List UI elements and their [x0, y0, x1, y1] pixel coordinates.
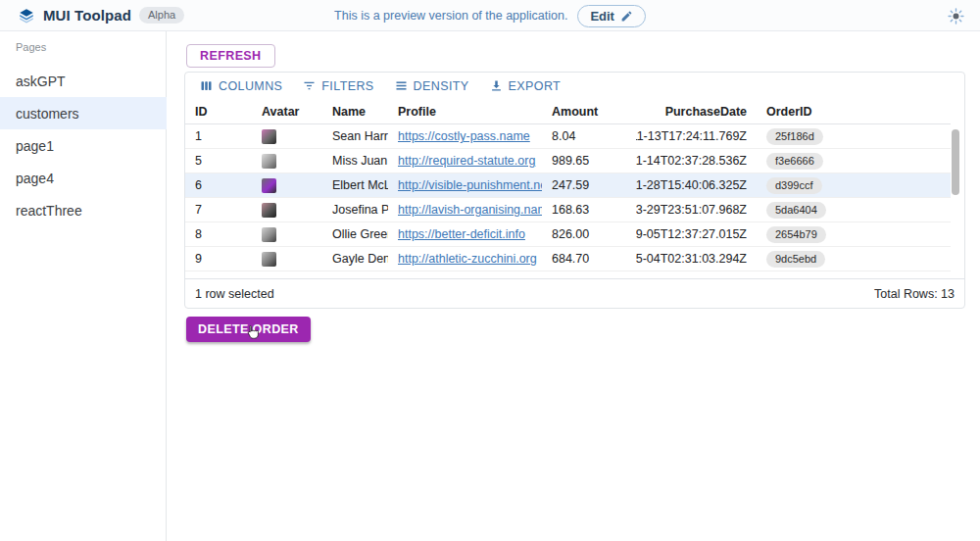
- app-title: MUI Toolpad: [43, 7, 131, 24]
- table-row[interactable]: 9 Gayle Den... http://athletic-zucchini.…: [185, 247, 951, 271]
- cell-order-id: f3e6666: [757, 149, 951, 172]
- cell-order-id: 2654b79: [757, 222, 951, 246]
- avatar-image: [262, 203, 276, 218]
- cell-amount: 168.63: [542, 198, 636, 221]
- sidebar-item-customers[interactable]: customers: [0, 97, 167, 129]
- edit-button[interactable]: Edit: [577, 5, 646, 27]
- cell-name: Josefina P...: [322, 198, 388, 221]
- sidebar-item-page1[interactable]: page1: [0, 129, 167, 162]
- export-button-label: EXPORT: [509, 79, 562, 93]
- columns-button-label: COLUMNS: [219, 79, 282, 93]
- profile-link[interactable]: http://athletic-zucchini.org: [398, 252, 537, 266]
- table-row[interactable]: 7 Josefina P... http://lavish-organising…: [185, 198, 951, 222]
- cell-amount: 826.00: [542, 222, 636, 246]
- cell-purchase-date: 2076-03-29T23:51:07.968Z: [636, 198, 757, 221]
- column-header-orderid[interactable]: OrderID: [757, 99, 951, 123]
- layers-icon: [18, 7, 35, 25]
- cell-purchase-date: 1997-11-13T17:24:11.769Z: [636, 124, 757, 148]
- cell-order-id: 5da6404: [757, 198, 951, 221]
- table-row[interactable]: 8 Ollie Green... https://better-deficit.…: [185, 222, 951, 247]
- filters-button[interactable]: FILTERS: [294, 75, 381, 96]
- sidebar-item-page4[interactable]: page4: [0, 162, 167, 194]
- order-id-chip: 25f186d: [766, 128, 823, 145]
- cell-name: Gayle Den...: [322, 247, 388, 270]
- cell-profile: http://visible-punishment.net: [388, 173, 542, 197]
- avatar-image: [262, 252, 276, 267]
- light-mode-sun-icon[interactable]: [948, 8, 964, 25]
- cell-purchase-date: 2086-09-05T12:37:27.015Z: [636, 222, 757, 246]
- cell-avatar: [252, 198, 322, 221]
- column-header-amount[interactable]: Amount: [542, 99, 636, 123]
- cell-purchase-date: 2045-01-28T15:40:06.325Z: [636, 173, 757, 197]
- cell-id: 7: [185, 198, 252, 221]
- avatar-image: [262, 129, 276, 144]
- cell-id: 5: [185, 149, 252, 172]
- cell-purchase-date: 2088-05-04T02:31:03.294Z: [636, 247, 757, 270]
- view-columns-icon: [199, 78, 214, 93]
- density-button[interactable]: DENSITY: [386, 75, 477, 96]
- table-row[interactable]: 5 Miss Juan ... http://required-statute.…: [185, 149, 951, 173]
- filters-button-label: FILTERS: [321, 79, 373, 93]
- cell-name: Ollie Green...: [322, 222, 388, 246]
- refresh-button[interactable]: REFRESH: [186, 44, 275, 68]
- avatar-image: [262, 227, 276, 242]
- grid-footer: 1 row selected Total Rows: 13: [185, 278, 964, 308]
- sidebar-item-askgpt[interactable]: askGPT: [0, 65, 167, 97]
- profile-link[interactable]: http://visible-punishment.net: [398, 178, 542, 192]
- cell-amount: 989.65: [542, 149, 636, 172]
- cell-profile: http://athletic-zucchini.org: [388, 247, 542, 270]
- sidebar-section-label: Pages: [16, 41, 46, 53]
- column-header-id[interactable]: ID: [185, 99, 252, 123]
- column-header-name[interactable]: Name: [322, 99, 388, 123]
- cell-profile: http://lavish-organising.name: [388, 198, 542, 221]
- columns-button[interactable]: COLUMNS: [191, 75, 290, 96]
- profile-link[interactable]: https://better-deficit.info: [398, 227, 525, 241]
- column-header-purchasedate[interactable]: PurchaseDate: [636, 99, 757, 123]
- cell-order-id: 25f186d: [757, 124, 951, 148]
- column-header-avatar[interactable]: Avatar: [252, 99, 322, 123]
- order-id-chip: d399ccf: [766, 177, 822, 194]
- density-button-label: DENSITY: [414, 79, 469, 93]
- cell-amount: 8.04: [542, 124, 636, 148]
- partial-row: [185, 271, 951, 278]
- order-id-chip: 5da6404: [766, 202, 826, 219]
- cell-avatar: [252, 247, 322, 270]
- cell-avatar: [252, 149, 322, 172]
- vertical-scrollbar-thumb[interactable]: [952, 129, 959, 195]
- cell-profile: https://costly-pass.name: [388, 124, 542, 148]
- pencil-icon: [620, 10, 633, 23]
- table-row[interactable]: 1 Sean Harris https://costly-pass.name 8…: [185, 124, 951, 149]
- profile-link[interactable]: https://costly-pass.name: [398, 129, 530, 143]
- app-header: MUI Toolpad Alpha This is a preview vers…: [0, 0, 980, 31]
- profile-link[interactable]: http://required-statute.org: [398, 154, 535, 168]
- export-button[interactable]: EXPORT: [481, 75, 569, 96]
- table-row-selected[interactable]: 6 Elbert McL... http://visible-punishmen…: [185, 173, 951, 198]
- order-id-chip: 2654b79: [766, 226, 826, 243]
- cell-amount: 684.70: [542, 247, 636, 270]
- download-icon: [489, 78, 504, 93]
- avatar-image: [262, 154, 276, 169]
- profile-link[interactable]: http://lavish-organising.name: [398, 203, 542, 217]
- cell-purchase-date: 2014-01-14T02:37:28.536Z: [636, 149, 757, 172]
- delete-order-button[interactable]: DELETE ORDER: [186, 317, 311, 342]
- cell-id: 9: [185, 247, 252, 270]
- cell-order-id: d399ccf: [757, 173, 951, 197]
- alpha-badge: Alpha: [139, 7, 184, 24]
- cell-name: Elbert McL...: [322, 173, 388, 197]
- cell-avatar: [252, 173, 322, 197]
- cell-avatar: [252, 124, 322, 148]
- filter-list-icon: [302, 78, 317, 93]
- density-lines-icon: [394, 78, 409, 93]
- total-rows: Total Rows: 13: [874, 287, 955, 301]
- brand: MUI Toolpad Alpha: [18, 7, 184, 25]
- order-id-chip: 9dc5ebd: [766, 251, 825, 268]
- cell-id: 8: [185, 222, 252, 246]
- cell-name: Sean Harris: [322, 124, 388, 148]
- sidebar-nav: askGPT customers page1 page4 reactThree: [0, 65, 167, 226]
- column-header-profile[interactable]: Profile: [388, 99, 542, 123]
- order-id-chip: f3e6666: [766, 153, 823, 170]
- sidebar-item-reactthree[interactable]: reactThree: [0, 194, 167, 226]
- preview-notice: This is a preview version of the applica…: [334, 9, 567, 23]
- cell-avatar: [252, 222, 322, 246]
- cell-profile: http://required-statute.org: [388, 149, 542, 172]
